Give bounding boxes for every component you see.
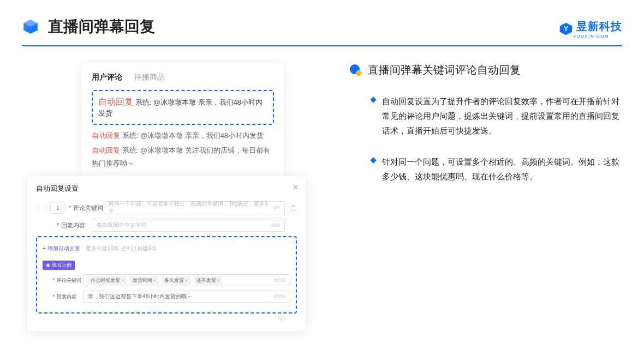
comment-tabs: 用户评论 待播商品	[92, 73, 274, 82]
ex-content-label: 回复内容	[57, 293, 83, 300]
brand-name: 昱新科技	[576, 20, 622, 32]
keyword-label: 评论关键词	[73, 204, 104, 212]
screenshot-column: 用户评论 待播商品 自动回复 系统: @冰墩墩本墩 亲亲，我们48小时内发货 自…	[33, 63, 327, 200]
example-keyword-row: * 评论关键词 什么时候发货× 发货时间× 多久发货× 还不发货× 20/50	[43, 274, 290, 286]
ex-kw-label: 评论关键词	[57, 277, 83, 284]
comment-line: 自动回复 系统: @冰墩墩本墩 关注我们的店铺，每日都有热门推荐呦～	[92, 144, 274, 171]
bullet-text: 针对同一个问题，可设置多个相近的、高频的关键词。例如：这款多少钱、这块能优惠吗、…	[382, 154, 622, 184]
tag-chip[interactable]: 多久发货×	[162, 276, 190, 285]
required-marker: *	[52, 277, 55, 283]
row-number: 1	[50, 202, 65, 214]
required-marker: *	[69, 204, 71, 211]
example-content-row: * 回复内容 亲，我们这边都是下单48小时内发货的哦～ 37/50	[43, 291, 290, 303]
chat-bubble-icon	[349, 64, 362, 77]
auto-reply-tag: 自动回复	[92, 131, 120, 140]
description-column: 直播间弹幕关键词评论自动回复 自动回复设置为了提升作者的评论回复效率，作者可在开…	[327, 63, 622, 200]
example-box: + 增加自动回复 最多可建10条 还可以创建9条 ◉ 填写示例 * 评论关键词 …	[36, 236, 297, 313]
brand-logo: Y 昱新科技 YUUXIN.COM	[559, 19, 622, 39]
logo-icon: Y	[559, 22, 573, 36]
comment-line: 自动回复 系统: @冰墩墩本墩 亲亲，我们48小时内发货	[92, 129, 274, 143]
content-input[interactable]: 每条限50个中文字符 0/50	[92, 219, 285, 232]
bullet-text: 自动回复设置为了提升作者的评论回复效率，作者可在开播前针对常见的评论用户问题，提…	[382, 94, 622, 138]
section-head: 直播间弹幕关键词评论自动回复	[349, 63, 622, 77]
trash-icon[interactable]	[289, 204, 297, 212]
keyword-input[interactable]: 对同一个问题，可设置多个相近、高频的关键词，Tag确定，最多5个 0/5	[104, 201, 285, 214]
bullet-icon	[370, 96, 376, 102]
svg-text:Y: Y	[564, 25, 568, 33]
settings-panel: 自动回复设置 × ⋮⋮ 1 * 评论关键词 对同一个问题，可设置多个相近、高频的…	[27, 176, 306, 331]
add-auto-reply-link[interactable]: + 增加自动回复	[43, 245, 80, 252]
cube-icon	[22, 18, 39, 35]
tab-user-comments[interactable]: 用户评论	[92, 73, 122, 82]
ex-keyword-input[interactable]: 什么时候发货× 发货时间× 多久发货× 还不发货× 20/50	[83, 274, 290, 286]
settings-title: 自动回复设置	[36, 184, 297, 194]
tab-pending-goods[interactable]: 待播商品	[134, 73, 165, 82]
bullet-icon	[370, 157, 376, 163]
tag-chip[interactable]: 发货时间×	[130, 276, 159, 285]
example-badge: ◉ 填写示例	[43, 261, 75, 270]
bullet-item: 针对同一个问题，可设置多个相近的、高频的关键词。例如：这款多少钱、这块能优惠吗、…	[349, 154, 622, 184]
brand-url: YUUXIN.COM	[573, 34, 622, 39]
section-title: 直播间弹幕关键词评论自动回复	[368, 63, 521, 77]
close-icon[interactable]: ×	[293, 183, 298, 192]
tag-chip[interactable]: 什么时候发货×	[88, 276, 127, 285]
page-title: 直播间弹幕回复	[48, 16, 155, 37]
auto-reply-tag: 自动回复	[98, 97, 133, 106]
comment-panel: 用户评论 待播商品 自动回复 系统: @冰墩墩本墩 亲亲，我们48小时内发货 自…	[82, 63, 284, 182]
header: 直播间弹幕回复 Y 昱新科技 YUUXIN.COM	[0, 0, 644, 45]
auto-reply-tag: 自动回复	[92, 146, 120, 154]
required-marker: *	[57, 222, 59, 228]
svg-rect-4	[291, 206, 295, 210]
svg-point-8	[356, 70, 361, 76]
bullet-item: 自动回复设置为了提升作者的评论回复效率，作者可在开播前针对常见的评论用户问题，提…	[349, 94, 622, 138]
add-hint: 最多可建10条 还可以创建9条	[86, 245, 156, 251]
content-label: 回复内容	[61, 221, 92, 230]
keyword-row: ⋮⋮ 1 * 评论关键词 对同一个问题，可设置多个相近、高频的关键词，Tag确定…	[36, 201, 297, 214]
required-marker: *	[52, 293, 55, 300]
highlighted-comment: 自动回复 系统: @冰墩墩本墩 亲亲，我们48小时内发货	[92, 90, 274, 125]
outer-count: /50	[36, 316, 297, 321]
ex-content-input[interactable]: 亲，我们这边都是下单48小时内发货的哦～ 37/50	[83, 291, 290, 303]
tag-chip[interactable]: 还不发货×	[194, 276, 223, 285]
content-row: * 回复内容 每条限50个中文字符 0/50	[36, 219, 297, 232]
comment-text: 系统: @冰墩墩本墩 亲亲，我们48小时内发货	[120, 131, 264, 140]
